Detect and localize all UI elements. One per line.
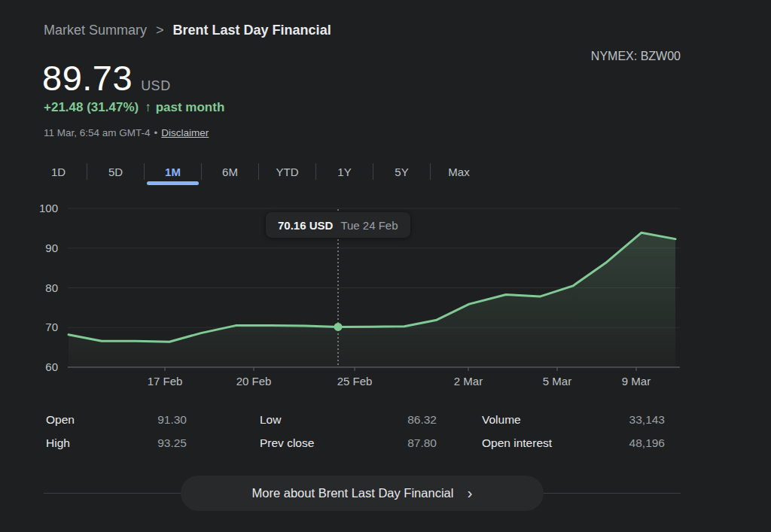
x-tick-label: 9 Mar (622, 375, 651, 388)
y-tick-label: 60 (45, 360, 58, 373)
finance-quote-widget: Market Summary > Brent Last Day Financia… (0, 0, 771, 532)
area-fill (69, 233, 675, 367)
stat-label: Volume (482, 413, 521, 427)
chevron-right-icon: › (467, 485, 472, 500)
stat-label: High (46, 436, 70, 450)
x-tick-label: 17 Feb (148, 375, 183, 388)
stat-prev-close: Prev close 87.80 (260, 431, 437, 454)
stats-column-1: Open 91.30 High 93.25 (46, 408, 187, 454)
tooltip-price: 70.16 USD (278, 219, 333, 232)
stat-high: High 93.25 (46, 431, 187, 454)
more-about-label: More about Brent Last Day Financial (252, 486, 454, 500)
stats-column-3: Volume 33,143 Open interest 48,196 (482, 408, 665, 454)
chart-tooltip: 70.16 USD Tue 24 Feb (266, 212, 410, 238)
stat-label: Open interest (482, 436, 552, 450)
stat-value: 86.32 (407, 413, 437, 427)
y-tick-label: 80 (45, 281, 58, 294)
stat-open: Open 91.30 (46, 408, 187, 431)
stat-volume: Volume 33,143 (482, 408, 665, 431)
stat-value: 48,196 (629, 436, 665, 450)
x-tick-label: 20 Feb (236, 375, 272, 388)
tooltip-date: Tue 24 Feb (340, 219, 398, 232)
y-tick-label: 100 (39, 202, 58, 214)
stat-value: 91.30 (157, 413, 187, 427)
x-tick-label: 25 Feb (337, 375, 373, 388)
stats-column-2: Low 86.32 Prev close 87.80 (260, 408, 437, 454)
y-tick-label: 70 (45, 321, 58, 333)
x-tick-label: 2 Mar (454, 375, 483, 388)
x-tick-label: 5 Mar (543, 375, 571, 388)
stat-value: 33,143 (629, 413, 665, 427)
y-tick-label: 90 (45, 242, 58, 254)
stat-open-interest: Open interest 48,196 (482, 431, 665, 454)
hover-dot (334, 323, 343, 331)
stat-label: Open (46, 413, 75, 427)
stat-value: 93.25 (157, 436, 187, 450)
stat-label: Prev close (260, 436, 314, 450)
stat-value: 87.80 (407, 436, 437, 450)
stat-low: Low 86.32 (260, 408, 437, 431)
more-about-button[interactable]: More about Brent Last Day Financial › (181, 476, 544, 511)
stat-label: Low (260, 413, 281, 427)
